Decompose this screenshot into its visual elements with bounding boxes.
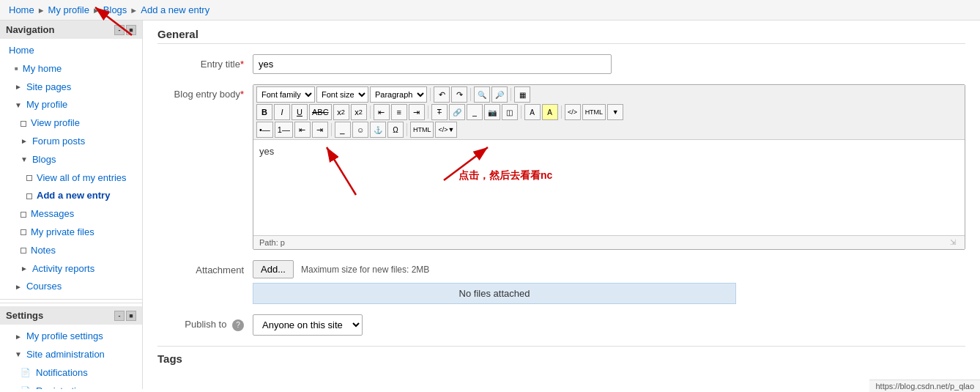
insert-table-button[interactable]: ◫: [502, 104, 518, 120]
sidebar-link-myhome[interactable]: My home: [23, 62, 62, 77]
html-dropdown-button[interactable]: ▼: [607, 104, 623, 120]
entry-title-label: Entry title*: [157, 54, 253, 70]
unlink-button[interactable]: ⎯: [467, 104, 483, 120]
sidebar-item-addentry[interactable]: Add a new entry: [0, 187, 142, 205]
settings-expand-icon[interactable]: ■: [126, 311, 136, 321]
sidebar-link-notes[interactable]: Notes: [31, 243, 56, 259]
indent-left-button[interactable]: ⇤: [294, 122, 311, 138]
toolbar-sep8: [331, 123, 332, 136]
toolbar-sep9: [407, 123, 407, 136]
align-left-button[interactable]: ⇤: [374, 104, 390, 120]
breadcrumb-myprofile[interactable]: My profile: [48, 4, 89, 15]
code-button[interactable]: </>: [565, 104, 581, 120]
sidebar-link-notifications[interactable]: Notifications: [36, 366, 88, 381]
sidebar-item-forumposts[interactable]: ► Forum posts: [0, 133, 142, 151]
doc-icon2: 📄: [21, 385, 31, 389]
bold-button[interactable]: B: [256, 104, 272, 120]
sidebar-link-addentry[interactable]: Add a new entry: [37, 188, 110, 204]
sidebar-link-siteadmin[interactable]: Site administration: [26, 347, 105, 363]
breadcrumb-blogs[interactable]: Blogs: [103, 4, 127, 15]
publish-select[interactable]: Anyone on this site: [253, 314, 363, 336]
sidebar-item-home[interactable]: Home: [0, 42, 142, 60]
sidebar-item-privatefiles[interactable]: My private files: [0, 223, 142, 242]
bg-color-button[interactable]: A: [542, 104, 558, 120]
main-layout: Navigation - ■ Home ■ My home ► Site pag…: [0, 21, 980, 389]
italic-button[interactable]: I: [274, 104, 290, 120]
publish-label: Publish to ?: [157, 314, 253, 331]
toolbar-sep2: [470, 88, 471, 101]
sidebar-link-courses[interactable]: Courses: [26, 279, 62, 295]
sidebar-item-activityreports[interactable]: ► Activity reports: [0, 260, 142, 278]
font-size-select[interactable]: Font size: [316, 86, 368, 103]
sidebar-link-forumposts[interactable]: Forum posts: [32, 134, 85, 149]
sidebar-item-profilesettings[interactable]: ► My profile settings: [0, 328, 142, 346]
sidebar-item-myhome[interactable]: ■ My home: [0, 60, 142, 78]
toolbar-row2: B I U ABC x2 x2 ⇤ ≡ ⇥ T̶ 🔗: [256, 104, 962, 120]
publish-row: Publish to ? Anyone on this site: [157, 314, 965, 336]
sidebar-link-myprofile[interactable]: My profile: [26, 97, 67, 113]
undo-button[interactable]: ↶: [434, 86, 450, 103]
font-family-select[interactable]: Font family: [256, 86, 315, 103]
sidebar-link-messages[interactable]: Messages: [31, 207, 74, 222]
find-button[interactable]: 🔍: [474, 86, 490, 103]
breadcrumb-home[interactable]: Home: [9, 4, 34, 15]
attachment-top-row: Add... Maximum size for new files: 2MB: [253, 260, 736, 278]
sidebar-expand-icon[interactable]: ■: [126, 25, 136, 35]
sidebar-item-notes[interactable]: Notes: [0, 242, 142, 260]
sidebar-item-blogs[interactable]: ▼ Blogs: [0, 151, 142, 169]
sidebar-item-courses[interactable]: ► Courses: [0, 278, 142, 296]
main-content: General Entry title* Blog entry body*: [143, 21, 980, 389]
smiley-button[interactable]: ☺: [352, 122, 368, 138]
underline-button[interactable]: U: [292, 104, 308, 120]
sidebar-item-viewallentries[interactable]: View all of my entries: [0, 169, 142, 188]
sidebar-link-activityreports[interactable]: Activity reports: [32, 262, 94, 277]
image-button[interactable]: 📷: [484, 104, 500, 120]
insert-link-button[interactable]: 🔗: [449, 104, 465, 120]
sidebar-link-viewallentries[interactable]: View all of my entries: [37, 171, 127, 186]
html-view-button[interactable]: HTML: [582, 104, 606, 120]
align-right-button[interactable]: ⇥: [409, 104, 425, 120]
sidebar-link-profilesettings[interactable]: My profile settings: [26, 329, 103, 344]
find-replace-button[interactable]: 🔎: [491, 86, 508, 103]
entry-title-input[interactable]: [253, 54, 612, 74]
unformat-button[interactable]: T̶: [431, 104, 448, 120]
superscript-button[interactable]: x2: [351, 104, 367, 120]
editor-resize-handle[interactable]: ⇲: [950, 238, 959, 247]
align-center-button[interactable]: ≡: [391, 104, 407, 120]
edit-html-button[interactable]: HTML: [410, 122, 434, 138]
ol-button[interactable]: 1—: [275, 122, 293, 138]
sidebar-item-myprofile[interactable]: ▼ My profile: [0, 96, 142, 114]
sidebar-link-registration[interactable]: Registration: [36, 384, 86, 389]
sidebar-collapse-icon[interactable]: -: [114, 25, 125, 35]
strikethrough-button[interactable]: ABC: [309, 104, 332, 120]
editor-body[interactable]: yes: [253, 140, 965, 235]
sidebar-link-home[interactable]: Home: [9, 43, 34, 59]
sidebar-link-blogs[interactable]: Blogs: [32, 152, 56, 168]
breadcrumb-add-entry[interactable]: Add a new entry: [141, 4, 209, 15]
redo-button[interactable]: ↷: [451, 86, 467, 103]
paragraph-select[interactable]: Paragraph: [370, 86, 427, 103]
html-tag-button[interactable]: </>▼: [435, 122, 457, 138]
sidebar-item-registration[interactable]: 📄 Registration: [0, 382, 142, 389]
font-color-button[interactable]: A: [524, 104, 541, 120]
sidebar-link-privatefiles[interactable]: My private files: [31, 225, 94, 240]
publish-help-icon[interactable]: ?: [232, 319, 244, 331]
add-attachment-button[interactable]: Add...: [253, 260, 294, 278]
sidebar-link-viewprofile[interactable]: View profile: [31, 116, 80, 131]
sidebar-item-siteadmin[interactable]: ▼ Site administration: [0, 346, 142, 364]
charmap-button[interactable]: Ω: [387, 122, 404, 138]
indent-right-button[interactable]: ⇥: [312, 122, 328, 138]
sidebar-settings-icons: - ■: [114, 311, 136, 321]
settings-collapse-icon[interactable]: -: [114, 311, 125, 321]
sidebar-link-sitepages[interactable]: Site pages: [26, 80, 71, 95]
table-button[interactable]: ▦: [514, 86, 530, 103]
sidebar-item-notifications[interactable]: 📄 Notifications: [0, 364, 142, 382]
subscript-button[interactable]: x2: [333, 104, 349, 120]
ul-button[interactable]: •—: [256, 122, 273, 138]
sidebar-item-sitepages[interactable]: ► Site pages: [0, 78, 142, 97]
sidebar-item-viewprofile[interactable]: View profile: [0, 114, 142, 133]
sidebar-item-messages[interactable]: Messages: [0, 205, 142, 223]
anchor-button[interactable]: ⚓: [370, 122, 386, 138]
rule-button[interactable]: ⎯: [335, 122, 351, 138]
toolbar-row3: •— 1— ⇤ ⇥ ⎯ ☺ ⚓ Ω HTML </>▼: [256, 122, 962, 138]
